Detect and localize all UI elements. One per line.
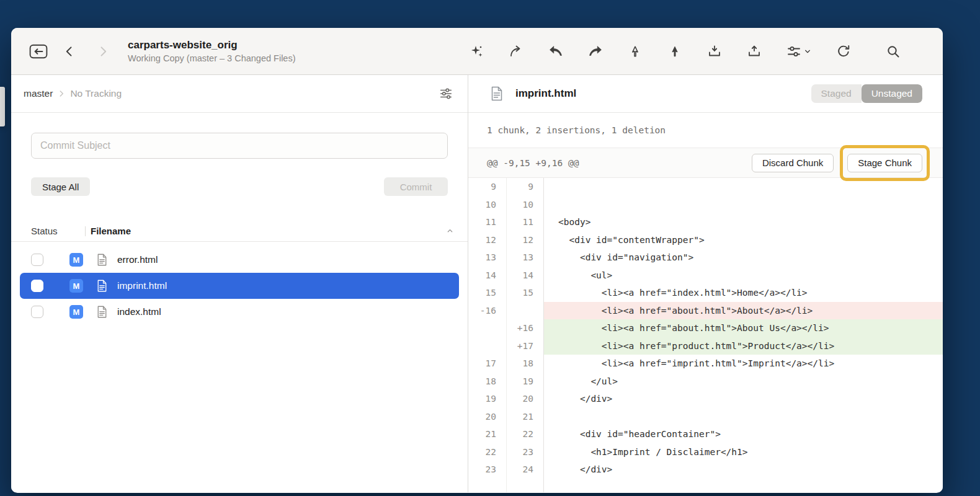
diff-line[interactable]: 21 22 <div id="headerContainer">	[468, 425, 943, 443]
diff-line[interactable]: 11 11 <body>	[468, 213, 943, 231]
old-line-number: 11	[468, 217, 506, 227]
old-line-number: 22	[468, 447, 506, 457]
sidebar-toggle-icon	[29, 44, 48, 59]
filter-sliders-icon	[439, 87, 453, 100]
file-list: M error.html M imprint.html M index.html	[11, 242, 468, 325]
new-line-number: 23	[506, 447, 543, 457]
diff-line[interactable]: 19 20 </div>	[468, 390, 943, 408]
file-row[interactable]: M index.html	[11, 299, 468, 325]
breadcrumb-branch[interactable]: master	[24, 88, 53, 99]
cursor-up-filled-icon	[668, 45, 682, 58]
file-row[interactable]: M error.html	[11, 247, 468, 273]
tab-unstaged[interactable]: Unstaged	[862, 84, 922, 103]
forward-button[interactable]	[91, 39, 115, 64]
reset-button[interactable]	[662, 39, 687, 64]
new-line-number: 12	[506, 235, 543, 245]
chevron-left-icon	[63, 45, 76, 58]
diff-line[interactable]: 20 21	[468, 408, 943, 426]
line-text: </ul>	[543, 373, 943, 391]
gutter-divider-2	[543, 178, 544, 492]
diff-line[interactable]: 22 23 <h1>Imprint / Disclaimer</h1>	[468, 443, 943, 461]
workflow-button[interactable]	[782, 39, 816, 64]
new-line-number: +16	[506, 323, 543, 333]
window-title-block: carparts-website_orig Working Copy (mast…	[128, 39, 296, 63]
old-line-number: 12	[468, 235, 506, 245]
old-line-number: 17	[468, 358, 506, 368]
stash-button[interactable]	[702, 39, 727, 64]
new-line-number: 10	[506, 200, 543, 210]
file-name: imprint.html	[117, 280, 167, 291]
line-text: </div>	[543, 461, 943, 479]
sparkles-icon	[469, 44, 484, 59]
old-line-number: 20	[468, 412, 506, 422]
diff-line[interactable]: 18 19 </ul>	[468, 373, 943, 391]
stage-all-button[interactable]: Stage All	[31, 177, 90, 196]
diff-line[interactable]: 23 24 </div>	[468, 461, 943, 479]
column-divider	[85, 226, 86, 236]
chunk-range: @@ -9,15 +9,16 @@	[487, 158, 579, 168]
commit-actions: Stage All Commit	[11, 159, 468, 196]
file-table-header: Status Filename	[11, 221, 468, 242]
diff-line[interactable]: -16 <li><a href="about.html">About</a></…	[468, 302, 943, 320]
diff-line[interactable]: 17 18 <li><a href="imprint.html">Imprint…	[468, 355, 943, 373]
quick-actions-button[interactable]	[464, 39, 489, 64]
toolbar-actions	[464, 39, 856, 64]
file-name: error.html	[117, 254, 158, 265]
line-text: <ul>	[543, 267, 943, 285]
apply-stash-button[interactable]	[742, 39, 767, 64]
back-button[interactable]	[57, 39, 82, 64]
filename-column-header[interactable]: Filename	[91, 226, 131, 236]
old-line-number: 13	[468, 252, 506, 262]
file-name: index.html	[117, 306, 161, 317]
diff-line[interactable]: +16 <li><a href="about.html">About Us</a…	[468, 319, 943, 337]
diff-line[interactable]: 10 10	[468, 196, 943, 214]
status-badge: M	[69, 253, 83, 267]
line-text: <li><a href="about.html">About</a></li>	[543, 302, 943, 320]
sidebar-toggle-button[interactable]	[26, 39, 51, 64]
diff-line[interactable]: +17 <li><a href="product.html">Product</…	[468, 337, 943, 355]
stage-checkbox[interactable]	[31, 280, 43, 292]
chevron-down-icon	[804, 48, 811, 55]
diff-lines: 9 9 10 10 11 11 <body> 12 12 <div id="co…	[468, 178, 943, 492]
refresh-button[interactable]	[831, 39, 856, 64]
push-button[interactable]	[583, 39, 608, 64]
diff-line[interactable]: 15 15 <li><a href="index.html">Home</a><…	[468, 284, 943, 302]
breadcrumb-tracking[interactable]: No Tracking	[70, 88, 122, 99]
tab-staged[interactable]: Staged	[811, 84, 862, 103]
line-text: </div>	[543, 390, 943, 408]
staged-unstaged-segmented-control: Staged Unstaged	[811, 84, 923, 103]
diff-line[interactable]: 14 14 <ul>	[468, 267, 943, 285]
sort-chevron-up-icon[interactable]	[446, 227, 454, 235]
new-line-number: 15	[506, 288, 543, 298]
app-window: carparts-website_orig Working Copy (mast…	[11, 28, 943, 493]
refresh-icon	[836, 44, 851, 59]
document-icon	[97, 254, 107, 266]
line-text	[543, 178, 943, 196]
stage-checkbox[interactable]	[31, 306, 43, 318]
old-line-number: -16	[468, 306, 506, 316]
branch-breadcrumb: master No Tracking	[11, 75, 468, 113]
diff-line[interactable]: 13 13 <div id="navigation">	[468, 249, 943, 267]
diff-line[interactable]: 9 9	[468, 178, 943, 196]
diff-line[interactable]: 12 12 <div id="contentWrapper">	[468, 231, 943, 249]
search-button[interactable]	[881, 39, 906, 64]
fetch-button[interactable]	[504, 39, 528, 64]
commit-panel: master No Tracking Stage All Commit	[11, 75, 468, 492]
line-text: <li><a href="about.html">About Us</a></l…	[543, 319, 943, 337]
discard-chunk-button[interactable]: Discard Chunk	[752, 154, 834, 172]
new-line-number: 18	[506, 358, 543, 368]
filter-button[interactable]	[439, 87, 453, 100]
status-column-header[interactable]: Status	[31, 226, 85, 236]
breadcrumb-chevron-icon	[57, 89, 66, 98]
diff-file-name: imprint.html	[515, 87, 576, 100]
checkout-button[interactable]	[623, 39, 648, 64]
stage-chunk-button[interactable]: Stage Chunk	[847, 154, 922, 172]
file-row[interactable]: M imprint.html	[20, 273, 459, 299]
pull-button[interactable]	[543, 39, 568, 64]
commit-subject-input[interactable]	[31, 133, 448, 159]
search-icon	[886, 44, 901, 59]
new-line-number: 9	[506, 182, 543, 192]
commit-button[interactable]: Commit	[384, 177, 448, 196]
chevron-right-icon	[97, 45, 109, 58]
stage-checkbox[interactable]	[31, 254, 43, 266]
